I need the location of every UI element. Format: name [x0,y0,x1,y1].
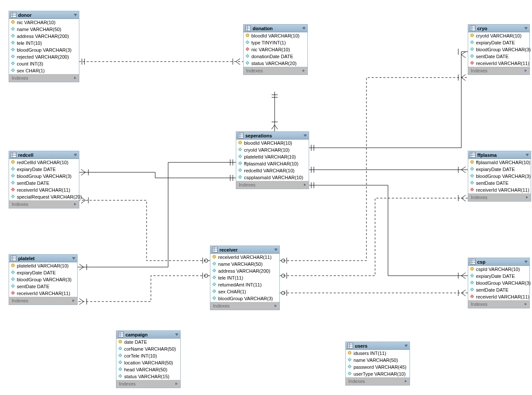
column-row[interactable]: expiaryDate DATE [468,166,531,173]
column-row[interactable]: bloodGroup VARCHAR(3) [210,295,279,302]
column-row[interactable]: expiaryDate DATE [468,273,529,280]
collapse-icon[interactable] [524,27,528,30]
column-row[interactable]: bloodGroup VARCHAR(3) [468,173,531,180]
table-header[interactable]: receiver [210,246,279,254]
indexes-section[interactable]: Indexes [468,300,529,308]
column-row[interactable]: corTele INT(10) [116,352,180,359]
column-row[interactable]: receiverId VARCHAR(11) [468,293,529,300]
table-csp[interactable]: cspcspId VARCHAR(10)expiaryDate DATEbloo… [468,258,530,308]
column-row[interactable]: name VARCHAR(50) [210,261,279,267]
column-row[interactable]: returnedAmt INT(11) [210,281,279,288]
table-header[interactable]: ffplasma [468,151,531,159]
column-row[interactable]: sentDate DATE [468,53,529,60]
indexes-section[interactable]: Indexes [468,67,529,75]
collapse-icon[interactable] [302,27,306,30]
column-row[interactable]: receiverId VARCHAR(11) [9,290,77,297]
column-row[interactable]: idusers INT(11) [346,350,410,357]
column-row[interactable]: head VARCHAR(50) [116,366,180,373]
column-row[interactable]: bloodId VARCHAR(10) [236,140,309,146]
column-row[interactable]: ffplasmaId VARCHAR(10) [236,160,309,167]
column-row[interactable]: receiverId VARCHAR(11) [9,187,79,193]
column-row[interactable]: receiverId VARCHAR(11) [210,254,279,261]
column-row[interactable]: name VARCHAR(50) [9,26,79,33]
table-header[interactable]: platelet [9,255,77,262]
column-row[interactable]: nic VARCHAR(10) [9,19,79,26]
table-ffplasma[interactable]: ffplasmaffplasmaId VARCHAR(10)expiaryDat… [468,151,531,202]
column-row[interactable]: type TINYINT(1) [244,39,307,46]
collapse-icon[interactable] [274,249,278,251]
column-row[interactable]: donationDate DATE [244,53,307,60]
indexes-section[interactable]: Indexes [468,193,531,201]
column-row[interactable]: bloodGroup VARCHAR(3) [9,173,79,180]
column-row[interactable]: expiaryDate DATE [9,166,79,173]
column-row[interactable]: password VARCHAR(45) [346,364,410,370]
column-row[interactable]: bloodId VARCHAR(10) [244,32,307,39]
column-row[interactable]: specialRequest VARCHAR(20) [9,193,79,200]
collapse-icon[interactable] [72,257,75,260]
column-row[interactable]: sex CHAR(1) [9,67,79,74]
indexes-section[interactable]: Indexes [210,302,279,310]
table-header[interactable]: campaign [116,331,180,339]
column-row[interactable]: receiverId VARCHAR(11) [468,60,529,67]
column-row[interactable]: sex CHAR(1) [210,288,279,295]
column-row[interactable]: bloodGroup VARCHAR(3) [9,276,77,283]
column-row[interactable]: nic VARCHAR(10) [244,46,307,53]
column-row[interactable]: plateletId VARCHAR(10) [9,262,77,269]
column-row[interactable]: receiverId VARCHAR(11) [468,187,531,193]
column-row[interactable]: redcellId VARCHAR(10) [236,167,309,174]
collapse-icon[interactable] [175,333,178,336]
table-header[interactable]: donation [244,25,307,32]
column-row[interactable]: rejected VARCHAR(200) [9,53,79,60]
column-row[interactable]: cryoId VARCHAR(10) [236,146,309,153]
column-row[interactable]: status VARCHAR(20) [244,60,307,67]
table-header[interactable]: cryo [468,25,529,32]
table-cryo[interactable]: cryocryoId VARCHAR(10)expiaryDate DATEbl… [468,24,530,75]
column-row[interactable]: expiaryDate DATE [9,269,77,276]
column-row[interactable]: expiaryDate DATE [468,39,529,46]
indexes-section[interactable]: Indexes [116,380,180,388]
column-row[interactable]: count INT(3) [9,60,79,67]
table-receiver[interactable]: receiverreceiverId VARCHAR(11)name VARCH… [210,246,280,310]
table-platelet[interactable]: plateletplateletId VARCHAR(10)expiaryDat… [9,254,78,305]
collapse-icon[interactable] [526,154,529,156]
table-header[interactable]: donor [9,11,79,19]
table-seperations[interactable]: seperationsbloodId VARCHAR(10)cryoId VAR… [236,131,309,189]
column-row[interactable]: status VARCHAR(15) [116,373,180,380]
column-row[interactable]: redCellId VARCHAR(10) [9,159,79,166]
column-row[interactable]: plateletId VARCHAR(10) [236,153,309,160]
table-header[interactable]: redcell [9,151,79,159]
table-campaign[interactable]: campaigndate DATEcorName VARCHAR(50)corT… [116,330,181,388]
column-row[interactable]: sentDate DATE [468,286,529,293]
column-row[interactable]: date DATE [116,339,180,345]
column-row[interactable]: location VARCHAR(50) [116,359,180,366]
column-row[interactable]: cryoId VARCHAR(10) [468,32,529,39]
column-row[interactable]: bloodGroup VARCHAR(3) [9,47,79,53]
indexes-section[interactable]: Indexes [244,67,307,75]
column-row[interactable]: name VARCHAR(50) [346,357,410,364]
column-row[interactable]: cspplasmaId VARCHAR(10) [236,174,309,181]
table-header[interactable]: users [346,342,410,350]
column-row[interactable]: sentDate DATE [9,180,79,187]
column-row[interactable]: corName VARCHAR(50) [116,345,180,352]
column-row[interactable]: sentDate DATE [9,283,77,290]
table-header[interactable]: csp [468,258,529,266]
column-row[interactable]: address VARCHAR(200) [9,33,79,40]
column-row[interactable]: cspId VARCHAR(10) [468,266,529,273]
collapse-icon[interactable] [524,261,528,263]
column-row[interactable]: tele INT(11) [210,274,279,281]
indexes-section[interactable]: Indexes [236,181,309,189]
collapse-icon[interactable] [74,154,77,156]
column-row[interactable]: userType VARCHAR(10) [346,370,410,377]
indexes-section[interactable]: Indexes [346,377,410,385]
column-row[interactable]: ffplasmaId VARCHAR(10) [468,159,531,166]
collapse-icon[interactable] [74,14,77,16]
table-donor[interactable]: donornic VARCHAR(10)name VARCHAR(50)addr… [9,11,79,82]
table-header[interactable]: seperations [236,132,309,140]
column-row[interactable]: address VARCHAR(200) [210,267,279,274]
table-redcell[interactable]: redcellredCellId VARCHAR(10)expiaryDate … [9,151,79,208]
indexes-section[interactable]: Indexes [9,74,79,82]
column-row[interactable]: bloodGroup VARCHAR(3) [468,46,529,53]
table-users[interactable]: usersidusers INT(11)name VARCHAR(50)pass… [345,342,410,386]
indexes-section[interactable]: Indexes [9,200,79,208]
column-row[interactable]: bloodGroup VARCHAR(3) [468,280,529,286]
